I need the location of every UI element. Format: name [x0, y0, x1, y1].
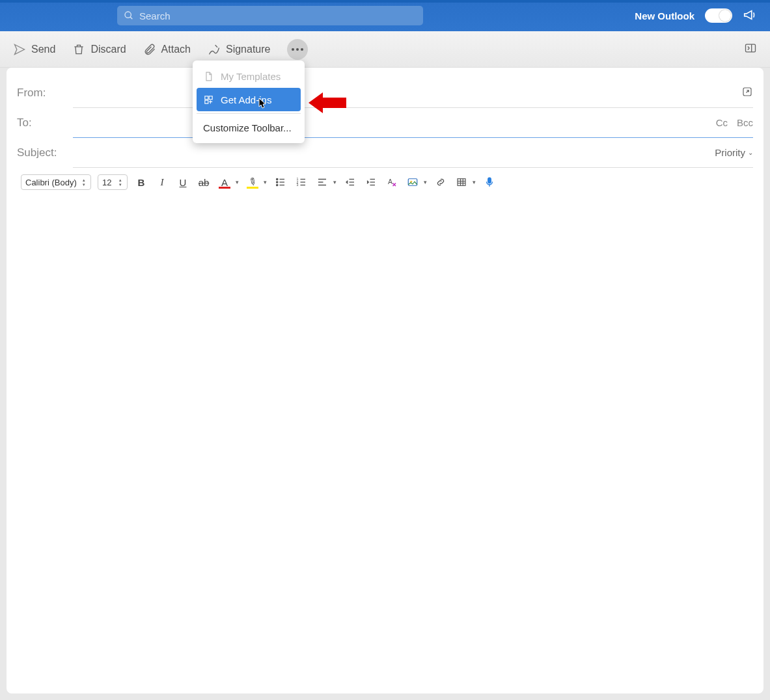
menu-my-templates[interactable]: My Templates: [197, 64, 301, 88]
search-icon: [124, 10, 134, 21]
cc-button[interactable]: Cc: [716, 117, 728, 128]
svg-text:A: A: [388, 178, 392, 185]
menu-customize-toolbar[interactable]: Customize Toolbar...: [197, 116, 301, 139]
svg-rect-2: [746, 44, 756, 52]
from-label: From:: [17, 87, 73, 100]
new-outlook-toggle[interactable]: [705, 8, 732, 23]
attach-label: Attach: [161, 44, 191, 55]
menu-separator: [197, 113, 301, 114]
new-outlook-label: New Outlook: [635, 10, 694, 21]
annotation-arrow: [309, 91, 346, 117]
send-button[interactable]: Send: [13, 43, 55, 56]
italic-button[interactable]: I: [155, 175, 169, 189]
collapse-ribbon-button[interactable]: [744, 42, 757, 57]
align-dropdown[interactable]: ▾: [333, 179, 337, 185]
send-label: Send: [31, 44, 55, 55]
paperclip-icon: [143, 43, 156, 56]
addins-icon: [203, 94, 214, 105]
subject-field[interactable]: Priority ⌄: [73, 138, 753, 168]
svg-rect-34: [205, 96, 208, 99]
picture-dropdown[interactable]: ▾: [424, 179, 427, 185]
indent-button[interactable]: [364, 175, 378, 189]
from-field[interactable]: [73, 78, 753, 108]
dictate-button[interactable]: [482, 175, 497, 189]
bullet-list-button[interactable]: [273, 175, 288, 189]
more-menu: My Templates Get Add-ins Customize Toolb…: [193, 61, 305, 143]
outdent-button[interactable]: [343, 175, 357, 189]
svg-point-0: [125, 12, 131, 18]
table-dropdown[interactable]: ▾: [473, 179, 476, 185]
font-size-value: 12: [102, 178, 111, 187]
attach-button[interactable]: Attach: [143, 43, 191, 56]
svg-rect-28: [458, 179, 465, 186]
svg-rect-36: [205, 100, 208, 103]
subject-label: Subject:: [17, 146, 73, 159]
font-family-select[interactable]: Calibri (Body) ▴▾: [21, 174, 91, 190]
font-family-value: Calibri (Body): [25, 178, 77, 187]
menu-my-templates-label: My Templates: [221, 71, 281, 82]
highlight-button[interactable]: ✎: [245, 175, 260, 189]
ellipsis-icon: [292, 48, 303, 51]
signature-label: Signature: [226, 44, 271, 55]
trash-icon: [72, 43, 85, 56]
priority-button[interactable]: Priority ⌄: [715, 147, 753, 158]
more-button[interactable]: [287, 39, 308, 60]
numbered-list-button[interactable]: 123: [294, 175, 309, 189]
send-icon: [13, 43, 26, 56]
font-color-button[interactable]: A: [217, 175, 232, 189]
megaphone-icon[interactable]: [743, 8, 757, 24]
menu-get-addins[interactable]: Get Add-ins: [197, 88, 301, 111]
to-field[interactable]: Cc Bcc: [73, 108, 753, 138]
svg-point-8: [277, 184, 278, 185]
clear-formatting-button[interactable]: A: [385, 175, 399, 189]
templates-icon: [203, 71, 214, 82]
align-button[interactable]: [315, 175, 329, 189]
insert-link-button[interactable]: [433, 175, 448, 189]
search-input[interactable]: Search: [117, 6, 423, 25]
chevron-down-icon: ⌄: [748, 149, 753, 156]
insert-picture-button[interactable]: [406, 175, 420, 189]
svg-text:3: 3: [297, 183, 299, 187]
svg-line-1: [130, 17, 132, 19]
svg-point-6: [277, 182, 278, 183]
svg-point-4: [277, 178, 278, 180]
font-size-select[interactable]: 12 ▴▾: [98, 174, 128, 190]
signature-icon: [208, 43, 221, 56]
discard-button[interactable]: Discard: [72, 43, 126, 56]
priority-label: Priority: [715, 147, 745, 158]
svg-rect-33: [488, 178, 491, 183]
cursor-pointer-icon: [258, 98, 268, 112]
svg-rect-35: [209, 96, 212, 99]
menu-customize-label: Customize Toolbar...: [203, 122, 292, 133]
insert-table-button[interactable]: [454, 175, 469, 189]
open-new-window-button[interactable]: [741, 86, 753, 100]
font-color-dropdown[interactable]: ▾: [236, 179, 239, 185]
bold-button[interactable]: B: [134, 175, 148, 189]
highlight-dropdown[interactable]: ▾: [264, 179, 267, 185]
signature-button[interactable]: Signature: [208, 43, 271, 56]
search-placeholder: Search: [139, 10, 171, 21]
discard-label: Discard: [90, 44, 126, 55]
to-label: To:: [17, 116, 73, 129]
bcc-button[interactable]: Bcc: [737, 117, 753, 128]
underline-button[interactable]: U: [176, 175, 190, 189]
strikethrough-button[interactable]: ab: [197, 175, 211, 189]
